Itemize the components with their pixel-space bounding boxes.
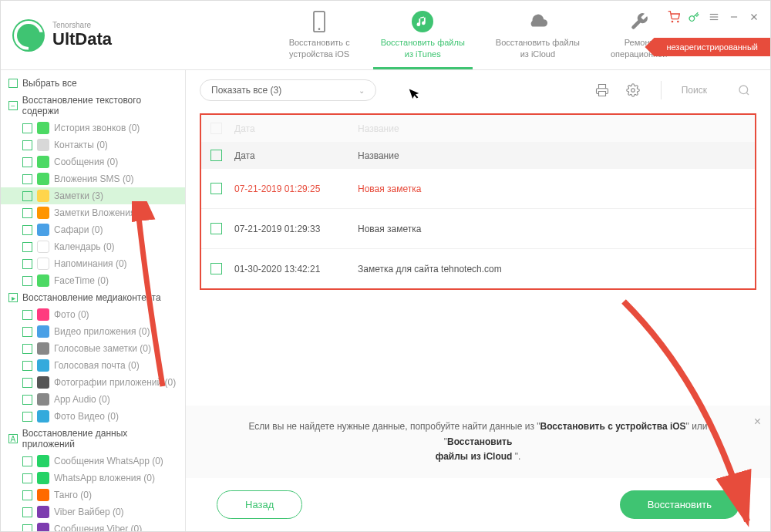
hint-close-icon[interactable]: × bbox=[754, 412, 761, 432]
sidebar-item-2-4[interactable]: Сообщения Viber (0) bbox=[1, 520, 185, 531]
sidebar-item-1-4[interactable]: Фотографии приложений (0) bbox=[1, 374, 185, 391]
close-icon[interactable] bbox=[747, 10, 761, 24]
table-row[interactable]: 07-21-2019 01:29:25Новая заметка bbox=[201, 169, 755, 209]
row-date: 01-30-2020 13:42:21 bbox=[234, 264, 358, 274]
checkbox-icon[interactable] bbox=[22, 395, 32, 405]
checkbox-icon bbox=[8, 79, 18, 88]
checkbox-icon[interactable] bbox=[22, 412, 32, 422]
checkbox-icon[interactable] bbox=[22, 378, 32, 388]
logo-icon bbox=[12, 19, 45, 52]
menu-icon[interactable] bbox=[707, 10, 721, 24]
sidebar-item-2-0[interactable]: Сообщения WhatsApp (0) bbox=[1, 453, 185, 470]
filter-dropdown[interactable]: Показать все (3) ⌄ bbox=[200, 79, 376, 101]
checkbox-icon[interactable] bbox=[22, 208, 32, 218]
checkbox-icon[interactable] bbox=[22, 191, 32, 201]
search-input[interactable]: Поиск bbox=[675, 81, 756, 99]
column-title[interactable]: Название bbox=[358, 150, 746, 161]
checkbox-icon[interactable] bbox=[22, 344, 32, 354]
tab-0[interactable]: Восстановить сустройства iOS bbox=[274, 1, 365, 69]
sidebar-item-0-4[interactable]: Заметки (3) bbox=[1, 187, 185, 204]
category-icon bbox=[37, 122, 49, 134]
category-icon bbox=[37, 506, 49, 518]
checkbox-icon[interactable] bbox=[22, 174, 32, 184]
sidebar-item-0-6[interactable]: Сафари (0) bbox=[1, 221, 185, 238]
sidebar-item-0-5[interactable]: Заметки Вложения (0) bbox=[1, 204, 185, 221]
section-toggle-icon: A bbox=[8, 434, 18, 443]
checkbox-icon[interactable] bbox=[22, 242, 32, 252]
sidebar-item-0-1[interactable]: Контакты (0) bbox=[1, 136, 185, 153]
sidebar-item-0-7[interactable]: Календарь (0) bbox=[1, 238, 185, 255]
table-row[interactable]: 07-21-2019 01:29:33Новая заметка bbox=[201, 209, 755, 249]
category-icon bbox=[37, 455, 49, 467]
sidebar-item-0-8[interactable]: Напоминания (0) bbox=[1, 255, 185, 272]
row-checkbox[interactable] bbox=[210, 223, 222, 234]
sidebar-item-2-2[interactable]: Танго (0) bbox=[1, 487, 185, 503]
category-icon bbox=[37, 342, 49, 355]
sidebar-item-0-3[interactable]: Вложения SMS (0) bbox=[1, 170, 185, 187]
sidebar-item-1-1[interactable]: Видео приложения (0) bbox=[1, 323, 185, 340]
restore-button[interactable]: Восстановить bbox=[620, 490, 739, 519]
category-icon bbox=[37, 489, 49, 501]
category-icon bbox=[37, 139, 49, 151]
search-icon bbox=[738, 84, 750, 96]
logo-name: UltData bbox=[52, 29, 112, 49]
checkbox-icon[interactable] bbox=[22, 123, 32, 133]
unregistered-banner[interactable]: незарегистрированный bbox=[645, 38, 770, 56]
sidebar-item-0-9[interactable]: FaceTime (0) bbox=[1, 272, 185, 289]
category-icon bbox=[37, 523, 49, 531]
sidebar-item-0-0[interactable]: История звонков (0) bbox=[1, 120, 185, 136]
category-icon bbox=[37, 393, 49, 406]
checkbox-icon[interactable] bbox=[22, 361, 32, 371]
print-icon[interactable] bbox=[594, 82, 610, 98]
gear-icon[interactable] bbox=[625, 82, 641, 98]
checkbox-icon[interactable] bbox=[22, 456, 32, 466]
checkbox-icon[interactable] bbox=[22, 524, 32, 532]
minimize-icon[interactable] bbox=[727, 10, 741, 24]
row-title: Заметка для сайта tehnotech.com bbox=[358, 264, 746, 274]
checkbox-icon[interactable] bbox=[22, 473, 32, 483]
section-1[interactable]: ▸Восстановление медиаконтента bbox=[1, 289, 185, 306]
sidebar-item-1-0[interactable]: Фото (0) bbox=[1, 306, 185, 323]
cursor-icon bbox=[409, 86, 421, 101]
row-checkbox[interactable] bbox=[210, 183, 222, 194]
sidebar-item-1-2[interactable]: Голосовые заметки (0) bbox=[1, 340, 185, 357]
tab-2[interactable]: Восстановить файлыиз iCloud bbox=[480, 1, 595, 69]
checkbox-icon[interactable] bbox=[22, 310, 32, 320]
sidebar-item-1-3[interactable]: Голосовая почта (0) bbox=[1, 357, 185, 374]
sidebar-item-1-5[interactable]: App Audio (0) bbox=[1, 391, 185, 408]
row-checkbox[interactable] bbox=[210, 263, 222, 274]
checkbox-icon[interactable] bbox=[22, 225, 32, 235]
cart-icon[interactable] bbox=[667, 10, 681, 24]
checkbox-icon[interactable] bbox=[22, 276, 32, 286]
section-0[interactable]: −Восстановление текстового содержи bbox=[1, 92, 185, 120]
category-icon bbox=[37, 410, 49, 423]
sidebar-item-2-3[interactable]: Viber Вайбер (0) bbox=[1, 503, 185, 520]
row-date: 07-21-2019 01:29:25 bbox=[234, 184, 358, 194]
sidebar: Выбрать все−Восстановление текстового со… bbox=[1, 70, 186, 531]
back-button[interactable]: Назад bbox=[217, 490, 302, 519]
category-icon bbox=[37, 325, 49, 338]
key-icon[interactable] bbox=[687, 10, 701, 24]
logo: Tenorshare UltData bbox=[1, 19, 186, 52]
column-date[interactable]: Дата bbox=[234, 150, 358, 161]
checkbox-icon[interactable] bbox=[22, 507, 32, 517]
hint-bar: ×Если вы не найдете нужные данные, попро… bbox=[186, 406, 770, 478]
svg-point-12 bbox=[739, 86, 748, 94]
section-2[interactable]: AВосстановление данных приложений bbox=[1, 425, 185, 453]
sidebar-item-0-2[interactable]: Сообщения (0) bbox=[1, 153, 185, 170]
category-icon bbox=[37, 207, 49, 219]
music-icon bbox=[412, 11, 433, 32]
tab-1[interactable]: Восстановить файлыиз iTunes bbox=[365, 1, 480, 69]
category-icon bbox=[37, 156, 49, 168]
checkbox-icon[interactable] bbox=[22, 157, 32, 167]
select-all[interactable]: Выбрать все bbox=[1, 75, 185, 92]
checkbox-icon[interactable] bbox=[22, 259, 32, 269]
table-row[interactable]: 01-30-2020 13:42:21Заметка для сайта teh… bbox=[201, 249, 755, 288]
table-header: Дата Название bbox=[201, 142, 755, 169]
checkbox-icon[interactable] bbox=[22, 140, 32, 150]
select-all-checkbox[interactable] bbox=[210, 150, 222, 161]
checkbox-icon[interactable] bbox=[22, 490, 32, 500]
sidebar-item-1-6[interactable]: Фото Видео (0) bbox=[1, 408, 185, 425]
checkbox-icon[interactable] bbox=[22, 327, 32, 337]
sidebar-item-2-1[interactable]: WhatsApp вложения (0) bbox=[1, 470, 185, 487]
